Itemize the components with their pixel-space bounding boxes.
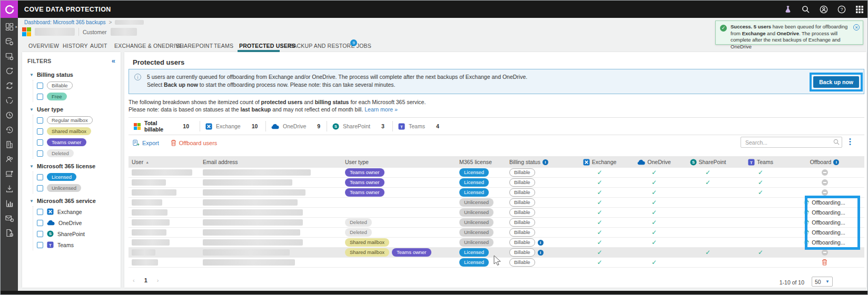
restore-icon[interactable] (5, 125, 14, 134)
device-settings-icon[interactable] (5, 52, 14, 60)
column-header-offboard[interactable]: Offboardi (786, 159, 863, 165)
recovery-icon[interactable] (5, 66, 14, 75)
checkbox[interactable] (37, 231, 43, 237)
checkbox[interactable] (37, 128, 43, 135)
table-menu-icon[interactable]: ••• (847, 138, 853, 146)
tab-protected-users[interactable]: PROTECTED USERS (239, 43, 295, 49)
export-icon (133, 139, 140, 146)
table-row[interactable]: Teams ownerLicensedBillable✓✓✓✓ (129, 178, 864, 188)
column-header-email-address[interactable]: Email address (200, 159, 342, 165)
checkbox[interactable] (37, 94, 43, 100)
email-reports-icon[interactable] (5, 213, 14, 222)
filter-badge[interactable]: Regular mailbox (47, 116, 93, 125)
filter-group-header[interactable]: ▼Microsoft 365 license (22, 163, 121, 169)
column-header-onedrive[interactable]: OneDrive (627, 159, 681, 165)
audit-log-icon[interactable] (5, 228, 14, 237)
tab-history[interactable]: HISTORY (63, 43, 88, 49)
help-icon[interactable]: ? (837, 5, 846, 14)
page-size-select[interactable]: 50▼ (812, 277, 833, 287)
filter-group-header[interactable]: ▼Microsoft 365 service (22, 198, 121, 204)
search-icon[interactable] (801, 5, 811, 14)
cove-logo-icon[interactable] (1, 1, 18, 18)
checkbox[interactable] (37, 242, 43, 248)
filter-badge[interactable]: Shared mailbox (47, 127, 91, 136)
table-row[interactable]: Shared mailboxUnlicensedBillablei✓✓Offbo… (129, 238, 864, 248)
backup-settings-icon[interactable] (5, 37, 14, 46)
checkmark-icon: ✓ (652, 219, 657, 226)
checkbox[interactable] (37, 185, 43, 191)
column-header-billing-status[interactable]: Billing statusi (506, 159, 572, 165)
continuity-icon[interactable] (5, 96, 14, 105)
app-grid-icon[interactable] (855, 5, 864, 14)
tab-exchange-onedrive[interactable]: EXCHANGE & ONEDRIVE (114, 43, 183, 49)
user-type-badge: Teams owner (345, 168, 384, 177)
column-header-exchange[interactable]: Exchange (572, 159, 627, 166)
checkbox[interactable] (37, 117, 43, 124)
breadcrumb-link[interactable]: Dashboard: Microsoft 365 backups (24, 19, 106, 25)
filter-group-header[interactable]: ▼User type (22, 106, 121, 113)
checkbox[interactable] (37, 220, 43, 226)
checkmark-icon: ✓ (597, 249, 602, 256)
checkbox[interactable] (37, 83, 43, 89)
search-input[interactable] (741, 137, 842, 148)
organization-icon[interactable] (5, 140, 14, 149)
info-icon[interactable]: i (833, 159, 839, 165)
tab-sharepoint[interactable]: SHAREPOINT (176, 43, 213, 49)
checkmark-icon: ✓ (597, 199, 602, 206)
users-icon[interactable] (5, 155, 14, 164)
checkbox[interactable] (37, 139, 43, 146)
offboard-users-button[interactable]: Offboard users (171, 139, 218, 146)
downloads-icon[interactable] (5, 184, 14, 193)
history-icon[interactable] (5, 110, 14, 119)
collapse-filters-icon[interactable]: « (112, 58, 115, 64)
filter-badge[interactable]: Teams owner (47, 138, 86, 147)
filter-badge[interactable]: Billable (47, 82, 73, 90)
lab-flask-icon[interactable] (783, 5, 793, 14)
next-page-button[interactable]: › (157, 277, 159, 283)
table-row[interactable]: Teams ownerLicensedBillable✓✓✓ (129, 188, 864, 198)
tab-overview[interactable]: OVERVIEW (28, 43, 59, 49)
filter-badge[interactable]: Licensed (47, 173, 76, 181)
text-segment: and (766, 30, 777, 36)
column-header-user[interactable]: User▲ (129, 159, 200, 165)
filter-badge[interactable]: Deleted (47, 149, 74, 158)
dashboard-icon[interactable]: ▸ (5, 22, 14, 31)
filter-group-header[interactable]: ▼Billing status (22, 72, 121, 78)
table-row[interactable]: DeletedUnlicensedBillable✓✓Offboarding..… (129, 218, 864, 228)
devices-icon[interactable] (5, 169, 14, 178)
filter-badge[interactable]: Free (47, 93, 67, 101)
column-header-sharepoint[interactable]: SSharePoint (681, 159, 735, 166)
learn-more-link[interactable]: Learn more » (364, 106, 397, 113)
tab-backup-and-restore-jobs[interactable]: BACKUP AND RESTORE JOBS (289, 43, 371, 49)
prev-page-button[interactable]: ‹ (133, 277, 135, 283)
table-row[interactable]: UnlicensedBillable✓✓Offboarding... (129, 198, 864, 208)
text-segment: billing status (315, 99, 349, 105)
tab-teams[interactable]: TEAMS (214, 43, 233, 49)
checkbox[interactable] (37, 209, 43, 215)
table-row[interactable]: UnlicensedBillable✓✓Offboarding... (129, 208, 864, 218)
filter-badge[interactable]: Unlicensed (47, 184, 81, 192)
column-header-m365-license[interactable]: M365 license (456, 159, 506, 165)
cell-offboard (786, 249, 863, 256)
toast-close-icon[interactable]: ✕ (853, 24, 860, 30)
checkbox[interactable] (37, 150, 43, 157)
info-icon[interactable]: i (538, 250, 544, 256)
back-up-now-button[interactable]: Back up now (813, 76, 859, 88)
cell-email (200, 229, 342, 236)
current-page[interactable]: 1 (144, 277, 147, 283)
export-button[interactable]: Export (133, 139, 159, 146)
sync-icon[interactable] (5, 81, 14, 90)
info-icon[interactable]: i (538, 240, 544, 246)
info-icon[interactable]: i (542, 159, 548, 165)
account-icon[interactable] (819, 5, 828, 14)
column-header-user-type[interactable]: User type (342, 159, 456, 165)
reports-icon[interactable] (5, 199, 14, 208)
tab-audit[interactable]: AUDIT (90, 43, 107, 49)
column-header-teams[interactable]: TTeams (735, 159, 786, 166)
checkbox[interactable] (37, 174, 43, 180)
table-row[interactable]: DeletedUnlicensedBillable✓✓Offboarding..… (129, 228, 864, 238)
offboard-trash-icon[interactable] (822, 259, 827, 267)
license-badge: Unlicensed (459, 218, 494, 227)
cell-service-onedrive: ✓ (627, 199, 681, 206)
table-row[interactable]: Teams ownerLicensedBillable✓✓✓✓ (129, 168, 864, 178)
